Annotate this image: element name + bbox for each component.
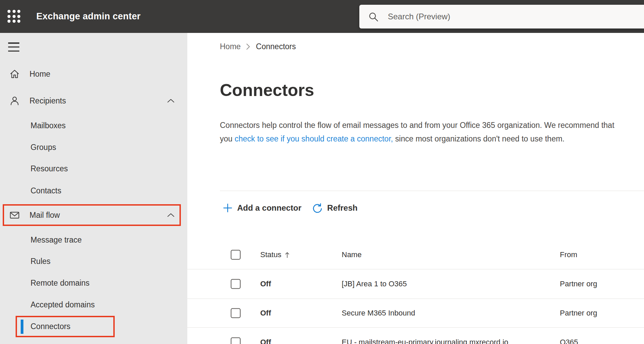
- sidebar-item-label: Mailboxes: [31, 121, 66, 130]
- create-connector-check-link[interactable]: check to see if you should create a conn…: [234, 134, 393, 143]
- app-launcher-waffle-icon[interactable]: [7, 10, 20, 23]
- command-bar: Add a connector Refresh: [223, 199, 358, 217]
- selected-item-indicator: [21, 320, 23, 334]
- sidebar-item-label: Home: [30, 70, 50, 79]
- sidebar-item-label: Message trace: [31, 235, 82, 245]
- search-input[interactable]: [359, 5, 644, 28]
- sidebar-item-accepted-domains[interactable]: Accepted domains: [0, 294, 187, 316]
- cell-name: [JB] Area 1 to O365: [342, 280, 407, 288]
- cell-name: EU - mailstream-eu-primary.journaling.mx…: [342, 338, 508, 344]
- sidebar-item-resources[interactable]: Resources: [0, 158, 187, 179]
- sidebar-item-mailboxes[interactable]: Mailboxes: [0, 115, 187, 136]
- page-title: Connectors: [220, 80, 314, 100]
- sidebar-item-home[interactable]: Home: [0, 63, 187, 85]
- cell-status: Off: [260, 309, 271, 318]
- breadcrumb-current: Connectors: [256, 42, 296, 51]
- refresh-button[interactable]: Refresh: [311, 203, 357, 214]
- select-all-checkbox[interactable]: [231, 250, 241, 260]
- sidebar-item-rules[interactable]: Rules: [0, 250, 187, 272]
- chevron-up-icon: [167, 98, 175, 103]
- description-text: since most organizations don't need to u…: [393, 134, 565, 143]
- sidebar-item-connectors[interactable]: Connectors: [0, 316, 187, 337]
- sidebar-item-label: Accepted domains: [31, 300, 95, 309]
- person-icon: [9, 95, 20, 107]
- global-search-box[interactable]: [359, 5, 644, 28]
- exchange-admin-center-window: Exchange admin center Home: [0, 0, 644, 344]
- column-header-name[interactable]: Name: [342, 250, 362, 259]
- main-content: Home Connectors Connectors Connectors he…: [187, 33, 644, 344]
- sidebar-item-contacts[interactable]: Contacts: [0, 180, 187, 202]
- cell-from: Partner org: [560, 280, 597, 288]
- row-checkbox[interactable]: [231, 308, 241, 318]
- cell-status: Off: [260, 280, 271, 288]
- toolbar-top-divider: [220, 191, 644, 191]
- page-description: Connectors help control the flow of emai…: [220, 118, 622, 146]
- sidebar-item-message-trace[interactable]: Message trace: [0, 229, 187, 251]
- sidebar-item-label: Resources: [31, 164, 68, 173]
- sidebar-item-mail-flow[interactable]: Mail flow: [0, 204, 187, 226]
- breadcrumb: Home Connectors: [220, 41, 296, 52]
- row-checkbox[interactable]: [231, 279, 241, 289]
- left-navigation-pane: Home Recipients Mailboxes Groups Resourc…: [0, 33, 187, 344]
- app-title: Exchange admin center: [36, 0, 140, 33]
- home-icon: [9, 68, 20, 80]
- sidebar-item-label: Contacts: [31, 186, 61, 195]
- table-row[interactable]: Off [JB] Area 1 to O365 Partner org: [187, 269, 644, 299]
- sidebar-item-label: Recipients: [30, 96, 66, 106]
- breadcrumb-home-link[interactable]: Home: [220, 42, 241, 51]
- sidebar-item-recipients[interactable]: Recipients: [0, 90, 187, 112]
- add-connector-button[interactable]: Add a connector: [223, 203, 301, 213]
- chevron-up-icon: [167, 212, 175, 218]
- cell-status: Off: [260, 338, 271, 344]
- sidebar-item-label: Rules: [31, 257, 51, 266]
- table-row[interactable]: Off Secure M365 Inbound Partner org: [187, 299, 644, 328]
- plus-icon: [223, 203, 233, 213]
- column-header-status[interactable]: Status: [260, 250, 290, 259]
- sidebar-item-label: Mail flow: [30, 211, 60, 220]
- sidebar-item-label: Remote domains: [31, 279, 90, 288]
- cell-from: Partner org: [560, 309, 597, 318]
- search-icon: [368, 12, 378, 22]
- refresh-icon: [311, 203, 323, 214]
- refresh-label: Refresh: [327, 203, 357, 213]
- add-connector-label: Add a connector: [237, 203, 301, 213]
- sidebar-item-remote-domains[interactable]: Remote domains: [0, 272, 187, 294]
- row-checkbox[interactable]: [231, 337, 241, 344]
- cell-from: O365: [560, 338, 578, 344]
- sidebar-item-groups[interactable]: Groups: [0, 136, 187, 158]
- sidebar-item-label: Groups: [31, 143, 56, 152]
- column-header-label: Status: [260, 250, 281, 259]
- table-row[interactable]: Off EU - mailstream-eu-primary.journalin…: [187, 328, 644, 344]
- nav-collapse-hamburger-icon[interactable]: [8, 42, 19, 52]
- column-header-from[interactable]: From: [560, 250, 577, 259]
- chevron-right-icon: [246, 43, 250, 50]
- cell-name: Secure M365 Inbound: [342, 309, 415, 318]
- sort-ascending-arrow-icon: [285, 251, 290, 259]
- sidebar-item-label: Connectors: [31, 322, 71, 331]
- table-header-row: Status Name From: [187, 241, 644, 269]
- envelope-icon: [9, 209, 20, 221]
- app-top-bar: Exchange admin center: [0, 0, 644, 33]
